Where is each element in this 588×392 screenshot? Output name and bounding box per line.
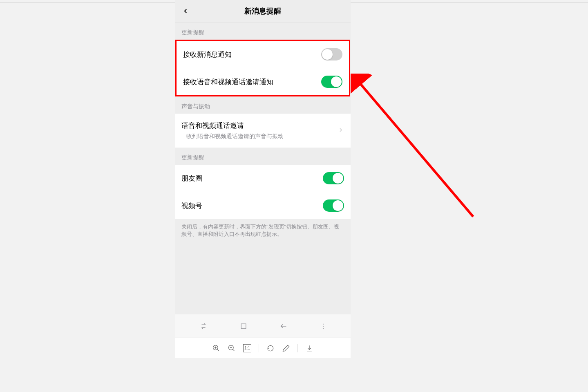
channels-row[interactable]: 视频号 [175,192,351,219]
receive-new-message-toggle[interactable] [321,48,342,60]
svg-point-3 [322,328,323,329]
receive-new-message-row[interactable]: 接收新消息通知 [177,41,349,68]
viewer-toolbar: 1:1 [175,338,351,358]
voice-video-invite-sublabel: 收到语音和视频通话邀请的声音与振动 [181,133,338,140]
moments-row[interactable]: 朋友圈 [175,165,351,192]
toolbar-divider [259,344,259,352]
channels-label: 视频号 [181,201,323,211]
chevron-right-icon [338,127,344,135]
nav-recent-icon[interactable] [199,322,208,331]
page-title: 新消息提醒 [175,6,351,16]
nav-back-icon[interactable] [279,322,288,331]
zoom-in-button[interactable] [212,344,220,352]
voice-video-invite-row[interactable]: 语音和视频通话邀请 收到语音和视频通话邀请的声音与振动 [175,114,351,148]
footer-note: 关闭后，有内容更新时，界面下方的"发现页"切换按钮、朋友圈、视频号、直播和附近入… [175,219,351,242]
receive-voice-video-row[interactable]: 接收语音和视频通话邀请通知 [177,68,349,95]
download-button[interactable] [305,344,313,352]
toolbar-divider-2 [297,344,298,352]
edit-button[interactable] [282,344,290,352]
svg-line-14 [358,81,473,217]
zoom-out-button[interactable] [228,344,236,352]
annotation-arrow [351,74,481,221]
svg-point-2 [322,325,323,326]
voice-video-invite-label: 语音和视频通话邀请 [181,121,338,130]
receive-new-message-label: 接收新消息通知 [183,50,321,59]
moments-toggle[interactable] [323,172,344,184]
nav-home-icon[interactable] [239,322,248,330]
svg-point-1 [322,323,323,324]
section-header-notifications: 更新提醒 [175,22,351,40]
rotate-button[interactable] [266,344,275,352]
section-header-sound: 声音与振动 [175,96,351,114]
nav-menu-icon[interactable] [320,323,327,330]
notification-settings-group: 接收新消息通知 接收语音和视频通话邀请通知 [175,40,350,96]
section-header-update: 更新提醒 [175,148,351,165]
system-nav-bar [175,314,351,338]
update-reminder-group: 朋友圈 视频号 [175,165,351,219]
svg-line-5 [217,349,219,351]
sound-vibration-group: 语音和视频通话邀请 收到语音和视频通话邀请的声音与振动 [175,114,351,148]
header-bar: 新消息提醒 [175,0,351,22]
receive-voice-video-toggle[interactable] [321,76,342,88]
phone-screen: 新消息提醒 更新提醒 接收新消息通知 接收语音和视频通话邀请通知 声音与振动 语… [175,0,351,338]
moments-label: 朋友圈 [181,174,323,183]
zoom-actual-button[interactable]: 1:1 [243,344,251,352]
svg-rect-0 [241,324,246,329]
channels-toggle[interactable] [323,199,344,212]
svg-line-9 [233,349,235,351]
back-button[interactable] [181,6,190,16]
receive-voice-video-label: 接收语音和视频通话邀请通知 [183,77,321,87]
